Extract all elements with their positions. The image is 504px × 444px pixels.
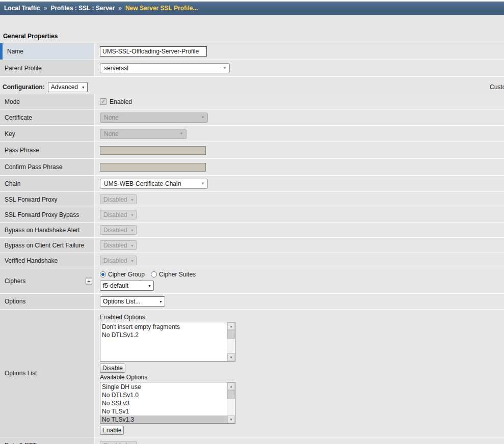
pass-phrase-label: Pass Phrase bbox=[0, 142, 95, 158]
certificate-value: None bbox=[104, 114, 119, 121]
cipher-suites-radio[interactable] bbox=[151, 271, 157, 277]
key-value: None bbox=[104, 130, 119, 137]
expand-plus-icon[interactable]: + bbox=[86, 277, 92, 284]
data-0rtt-select: Disabled ▼ bbox=[100, 441, 137, 444]
ciphers-label: Ciphers bbox=[5, 277, 25, 285]
scrollbar[interactable]: ▲ ▼ bbox=[227, 382, 235, 423]
chevron-down-icon: ▼ bbox=[201, 116, 205, 120]
row-options-list: Options List Enabled Options Don't inser… bbox=[0, 310, 504, 437]
options-label: Options bbox=[0, 294, 95, 309]
enabled-options-listbox[interactable]: Don't insert empty fragments No DTLSv1.2… bbox=[100, 322, 235, 362]
bypass-on-handshake-alert-label: Bypass on Handshake Alert bbox=[0, 223, 95, 237]
verified-handshake-select: Disabled ▼ bbox=[100, 256, 137, 265]
ssl-forward-proxy-select: Disabled ▼ bbox=[100, 195, 137, 204]
row-mode: Mode ✓ Enabled bbox=[0, 94, 504, 109]
list-item-selected[interactable]: No TLSv1.3 bbox=[100, 415, 227, 423]
options-select[interactable]: Options List... ▼ bbox=[100, 296, 165, 307]
row-key: Key None ▼ bbox=[0, 126, 504, 142]
options-select-value: Options List... bbox=[103, 298, 140, 305]
name-label: Name bbox=[0, 43, 95, 60]
scrollbar-track[interactable] bbox=[227, 390, 235, 415]
breadcrumb-current: New Server SSL Profile... bbox=[125, 5, 198, 12]
scroll-up-icon[interactable]: ▲ bbox=[227, 322, 235, 330]
bypass-on-client-cert-failure-select: Disabled ▼ bbox=[100, 240, 137, 250]
chevron-down-icon: ▼ bbox=[223, 66, 227, 70]
pass-phrase-input bbox=[100, 146, 206, 155]
row-bypass-on-handshake-alert: Bypass on Handshake Alert Disabled ▼ bbox=[0, 223, 504, 238]
verified-handshake-label: Verified Handshake bbox=[0, 253, 95, 268]
ssl-forward-proxy-bypass-label: SSL Forward Proxy Bypass bbox=[0, 207, 95, 222]
bypass-on-handshake-alert-value: Disabled bbox=[103, 227, 127, 234]
custom-column-header: Custom bbox=[490, 84, 504, 91]
check-icon: ✓ bbox=[101, 99, 105, 104]
row-verified-handshake: Verified Handshake Disabled ▼ bbox=[0, 253, 504, 268]
bypass-on-handshake-alert-select: Disabled ▼ bbox=[100, 225, 137, 235]
row-options: Options Options List... ▼ bbox=[0, 294, 504, 310]
chevron-down-icon: ▼ bbox=[179, 132, 183, 136]
scrollbar-thumb[interactable] bbox=[227, 390, 235, 399]
chain-value: UMS-WEB-Certificate-Chain bbox=[104, 180, 181, 187]
ssl-forward-proxy-label: SSL Forward Proxy bbox=[0, 192, 95, 207]
list-item[interactable]: No TLSv1 bbox=[100, 407, 227, 415]
row-data-0rtt: Data 0-RTT Disabled ▼ bbox=[0, 437, 504, 444]
cipher-group-select-value: f5-default bbox=[103, 282, 128, 289]
bypass-on-client-cert-failure-label: Bypass on Client Cert Failure bbox=[0, 238, 95, 253]
disable-button[interactable]: Disable bbox=[100, 364, 125, 373]
breadcrumb-section[interactable]: Local Traffic bbox=[4, 5, 40, 12]
cipher-group-radio[interactable] bbox=[100, 271, 106, 277]
list-item[interactable]: Don't insert empty fragments bbox=[100, 323, 227, 331]
ssl-forward-proxy-bypass-value: Disabled bbox=[103, 211, 127, 218]
row-name: Name bbox=[0, 43, 504, 60]
chevron-down-icon: ▼ bbox=[82, 86, 85, 89]
chain-select[interactable]: UMS-WEB-Certificate-Chain ▼ bbox=[100, 179, 208, 189]
parent-profile-value: serverssl bbox=[104, 65, 128, 72]
options-list-label: Options List bbox=[0, 310, 95, 437]
available-options-listbox[interactable]: Single DH use No DTLSv1.0 No SSLv3 No TL… bbox=[100, 382, 235, 424]
breadcrumb-separator-icon: » bbox=[44, 5, 47, 12]
cipher-group-select[interactable]: f5-default ▼ bbox=[100, 281, 154, 291]
ciphers-label-cell: Ciphers + bbox=[0, 268, 95, 293]
certificate-label: Certificate bbox=[0, 109, 95, 125]
scroll-up-icon[interactable]: ▲ bbox=[227, 382, 235, 390]
configuration-bar: Configuration: Advanced ▼ Custom bbox=[0, 81, 504, 93]
chain-label: Chain bbox=[0, 176, 95, 191]
configuration-label: Configuration: bbox=[3, 84, 45, 91]
mode-checkbox-label: Enabled bbox=[110, 98, 132, 105]
chevron-down-icon: ▼ bbox=[130, 213, 134, 216]
scrollbar[interactable]: ▲ ▼ bbox=[227, 322, 235, 361]
confirm-pass-phrase-label: Confirm Pass Phrase bbox=[0, 159, 95, 175]
key-select: None ▼ bbox=[100, 129, 187, 139]
scrollbar-track[interactable] bbox=[227, 330, 235, 353]
chevron-down-icon: ▼ bbox=[148, 284, 151, 288]
mode-checkbox[interactable]: ✓ bbox=[100, 98, 107, 105]
confirm-pass-phrase-input bbox=[100, 163, 206, 172]
chevron-down-icon: ▼ bbox=[130, 259, 134, 262]
chevron-down-icon: ▼ bbox=[159, 300, 163, 303]
breadcrumb-trail[interactable]: Profiles : SSL : Server bbox=[50, 5, 115, 12]
verified-handshake-value: Disabled bbox=[103, 257, 127, 264]
row-pass-phrase: Pass Phrase bbox=[0, 142, 504, 159]
list-item[interactable]: Single DH use bbox=[100, 383, 227, 391]
parent-profile-label: Parent Profile bbox=[0, 60, 95, 76]
certificate-select: None ▼ bbox=[100, 113, 208, 123]
cipher-group-radio-label: Cipher Group bbox=[108, 271, 145, 278]
scroll-down-icon[interactable]: ▼ bbox=[227, 415, 235, 423]
scrollbar-thumb[interactable] bbox=[227, 330, 235, 339]
list-item[interactable]: No DTLSv1.0 bbox=[100, 391, 227, 399]
enable-button[interactable]: Enable bbox=[100, 426, 124, 435]
general-properties-table: Name Parent Profile serverssl ▼ bbox=[0, 43, 504, 77]
row-ssl-forward-proxy-bypass: SSL Forward Proxy Bypass Disabled ▼ bbox=[0, 207, 504, 223]
list-item[interactable]: No DTLSv1.2 bbox=[100, 331, 227, 339]
name-input[interactable] bbox=[100, 46, 207, 57]
parent-profile-select[interactable]: serverssl ▼ bbox=[100, 63, 230, 73]
list-item[interactable]: No SSLv3 bbox=[100, 399, 227, 407]
row-ssl-forward-proxy: SSL Forward Proxy Disabled ▼ bbox=[0, 192, 504, 207]
enabled-options-title: Enabled Options bbox=[100, 314, 145, 321]
row-certificate: Certificate None ▼ bbox=[0, 109, 504, 126]
configuration-select-value: Advanced bbox=[51, 84, 78, 91]
data-0rtt-value: Disabled bbox=[103, 442, 127, 444]
chevron-down-icon: ▼ bbox=[130, 243, 134, 247]
scroll-down-icon[interactable]: ▼ bbox=[227, 353, 235, 361]
cipher-suites-radio-label: Cipher Suites bbox=[159, 271, 196, 278]
configuration-select[interactable]: Advanced ▼ bbox=[48, 82, 88, 92]
